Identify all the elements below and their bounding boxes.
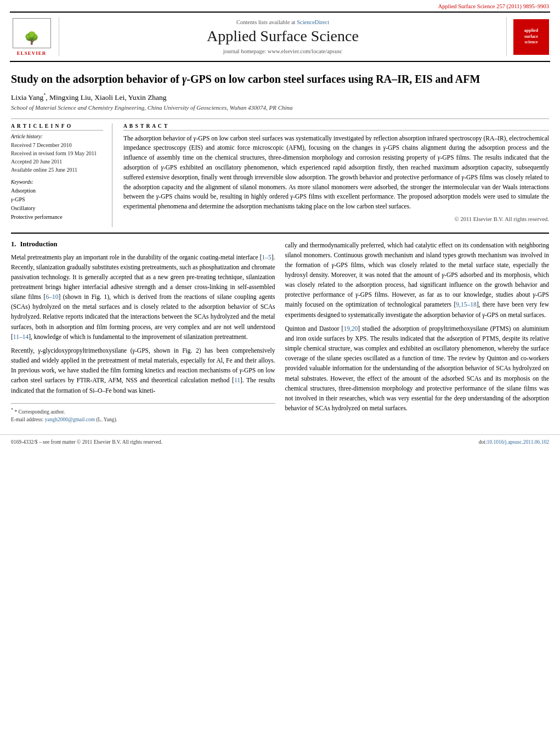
right-para2: Quinton and Dastoor [19,20] studied the …: [285, 324, 550, 413]
journal-header: 🌳 ELSEVIER Contents lists available at S…: [10, 12, 550, 62]
keyword-adsorption: Adsorption: [11, 186, 103, 195]
article-body: Study on the adsorption behavior of γ-GP…: [0, 62, 560, 429]
intro-para1: Metal pretreatments play an important ro…: [11, 252, 275, 342]
article-affiliation: School of Material Science and Chemistry…: [11, 104, 549, 111]
abstract-title: A B S T R A C T: [123, 123, 549, 131]
journal-logo-text: appliedsurfacescience: [524, 28, 538, 45]
copyright-line: © 2011 Elsevier B.V. All rights reserved…: [123, 216, 549, 222]
doi-link[interactable]: 10.1016/j.apsusc.2011.06.102: [487, 439, 549, 445]
section1-heading: 1. Introduction: [11, 240, 275, 248]
history-title: Article history:: [11, 134, 103, 139]
keywords-subsection: Keywords: Adsorption γ-GPS Oscillatory P…: [11, 179, 103, 222]
email-link[interactable]: yangh2000@gmail.com: [45, 417, 95, 422]
journal-center: Contents lists available at ScienceDirec…: [59, 17, 506, 56]
elsevier-logo: 🌳 ELSEVIER: [10, 17, 59, 56]
keywords-list: Adsorption γ-GPS Oscillatory Protective …: [11, 186, 103, 222]
article-meta-row: A R T I C L E I N F O Article history: R…: [11, 123, 549, 227]
left-col: 1. Introduction Metal pretreatments play…: [11, 240, 275, 424]
article-info-col: A R T I C L E I N F O Article history: R…: [11, 123, 112, 227]
footnote-asterisk: * * Corresponding author.: [11, 407, 275, 416]
footer-bar: 0169-4332/$ – see front matter © 2011 El…: [0, 434, 560, 447]
footer-issn: 0169-4332/$ – see front matter © 2011 El…: [11, 439, 162, 445]
keyword-oscillatory: Oscillatory: [11, 204, 103, 213]
available-date: Available online 25 June 2011: [11, 166, 103, 174]
contents-line: Contents lists available at ScienceDirec…: [236, 19, 329, 25]
keyword-protective: Protective performance: [11, 213, 103, 222]
right-col: cally and thermodynamically preferred, w…: [285, 240, 550, 424]
accepted-date: Accepted 20 June 2011: [11, 157, 103, 166]
section-title: Introduction: [20, 240, 58, 248]
elsevier-label: ELSEVIER: [17, 50, 47, 56]
footer-doi: doi:10.1016/j.apsusc.2011.06.102: [479, 439, 549, 445]
logo-box: 🌳: [13, 18, 51, 48]
section-number: 1.: [11, 240, 16, 248]
article-authors: Lixia Yang*, Mingxing Liu, Xiaoli Lei, Y…: [11, 93, 549, 102]
two-col-content: 1. Introduction Metal pretreatments play…: [11, 240, 549, 424]
abstract-col: A B S T R A C T The adsorption behavior …: [123, 123, 549, 227]
right-para1: cally and thermodynamically preferred, w…: [285, 240, 550, 320]
received-revised-date: Received in revised form 19 May 2011: [11, 149, 103, 157]
homepage-line: journal homepage: www.elsevier.com/locat…: [223, 48, 342, 54]
page-wrapper: Applied Surface Science 257 (2011) 9895–…: [0, 0, 560, 741]
journal-logo-right: appliedsurfacescience: [506, 17, 550, 56]
footnote-area: * * Corresponding author. E-mail address…: [11, 403, 275, 424]
main-divider: [11, 233, 549, 234]
tree-icon: 🌳: [24, 31, 39, 46]
received-date: Received 7 December 2010: [11, 141, 103, 149]
abstract-text: The adsorption behavior of γ-GPS on low …: [123, 134, 549, 212]
intro-para2: Recently, γ-glycidoxypropyltrimethoxysil…: [11, 346, 275, 395]
divider-top: [11, 118, 549, 119]
history-subsection: Article history: Received 7 December 201…: [11, 134, 103, 174]
footnote-email: E-mail address: yangh2000@gmail.com (L. …: [11, 416, 275, 423]
journal-citation: Applied Surface Science 257 (2011) 9895–…: [438, 3, 549, 9]
keyword-gamma-gps: γ-GPS: [11, 195, 103, 204]
journal-logo-card: appliedsurfacescience: [513, 19, 549, 55]
sciencedirect-link[interactable]: ScienceDirect: [297, 19, 329, 25]
journal-title: Applied Surface Science: [207, 27, 359, 45]
keywords-title: Keywords:: [11, 179, 103, 185]
article-title: Study on the adsorption behavior of γ-GP…: [11, 72, 549, 86]
top-citation-bar: Applied Surface Science 257 (2011) 9895–…: [0, 0, 560, 12]
article-info-title: A R T I C L E I N F O: [11, 123, 103, 131]
